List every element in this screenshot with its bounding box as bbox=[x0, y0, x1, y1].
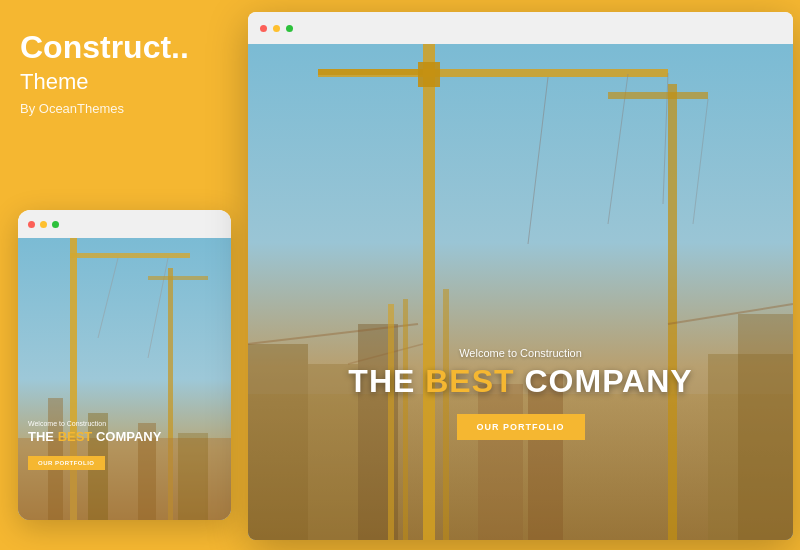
cart-icon[interactable] bbox=[770, 81, 778, 89]
mobile-browser-bar bbox=[18, 210, 231, 238]
desktop-cta-button[interactable]: OUR PORTFOLIO bbox=[457, 414, 585, 440]
mobile-hamburger-icon[interactable] bbox=[211, 250, 223, 259]
svg-rect-6 bbox=[148, 276, 208, 280]
desktop-headline-best: BEST bbox=[425, 363, 514, 399]
desktop-topbar-info: +1 718 500 3920 contact@construction.com… bbox=[258, 52, 461, 59]
mobile-headline: THE BEST COMPANY bbox=[28, 429, 221, 445]
mobile-crane-svg bbox=[18, 238, 231, 520]
svg-rect-5 bbox=[168, 268, 173, 520]
mobile-background: CONSTRUCTION bbox=[18, 238, 231, 520]
desktop-topbar: +1 718 500 3920 contact@construction.com… bbox=[248, 44, 793, 66]
mobile-welcome-text: Welcome to Construction bbox=[28, 420, 221, 427]
svg-line-31 bbox=[248, 324, 418, 344]
desktop-headline: THE BEST COMPANY bbox=[248, 364, 793, 399]
mobile-logo: CONSTRUCTION bbox=[26, 247, 123, 261]
mobile-cta-button[interactable]: OUR PORTFOLIO bbox=[28, 456, 105, 470]
svg-line-3 bbox=[98, 258, 118, 338]
desktop-headline-company: COMPANY bbox=[515, 363, 693, 399]
svg-rect-1 bbox=[70, 238, 77, 520]
nav-pages[interactable]: PAGES ▾ bbox=[458, 81, 495, 90]
mobile-headline-best: BEST bbox=[58, 429, 93, 444]
svg-rect-21 bbox=[668, 84, 677, 540]
mobile-dot-green bbox=[52, 221, 59, 228]
theme-author: By OceanThemes bbox=[20, 101, 225, 116]
nav-elements[interactable]: ELEMENTS ▾ bbox=[507, 81, 562, 90]
mobile-headline-the: THE bbox=[28, 429, 58, 444]
desktop-dot-red bbox=[260, 25, 267, 32]
mobile-headline-company: COMPANY bbox=[92, 429, 161, 444]
desktop-welcome-text: Welcome to Construction bbox=[248, 347, 793, 359]
desktop-nav: CONSTRUCTION HOME ▾ PAGES ▾ ELEMENTS ▾ P… bbox=[248, 66, 793, 104]
svg-rect-14 bbox=[423, 44, 435, 540]
svg-rect-0 bbox=[18, 238, 231, 520]
mobile-mockup: CONSTRUCTION bbox=[18, 210, 231, 520]
nav-contact[interactable]: CONTACT bbox=[681, 81, 723, 90]
nav-portfolio[interactable]: PORTFOLIO ▾ bbox=[574, 81, 632, 90]
desktop-dot-yellow bbox=[273, 25, 280, 32]
desktop-browser-bar bbox=[248, 12, 793, 44]
desktop-content: +1 718 500 3920 contact@construction.com… bbox=[248, 44, 793, 540]
desktop-nav-links: HOME ▾ PAGES ▾ ELEMENTS ▾ PORTFOLIO ▾ BL… bbox=[412, 81, 723, 90]
mobile-logo-text: CONSTRUCTION bbox=[44, 249, 123, 259]
nav-home[interactable]: HOME ▾ bbox=[412, 81, 445, 90]
desktop-hero: Welcome to Construction THE BEST COMPANY… bbox=[248, 347, 793, 440]
desktop-logo-text: CONSTRUCTION bbox=[287, 80, 380, 91]
desktop-mockup: +1 718 500 3920 contact@construction.com… bbox=[248, 12, 793, 540]
mobile-dot-yellow bbox=[40, 221, 47, 228]
svg-line-33 bbox=[668, 304, 793, 324]
svg-line-23 bbox=[693, 99, 708, 224]
svg-rect-12 bbox=[248, 44, 793, 540]
theme-subtitle: Theme bbox=[20, 69, 225, 95]
mobile-overlay: Welcome to Construction THE BEST COMPANY… bbox=[28, 420, 221, 470]
svg-line-4 bbox=[148, 258, 168, 358]
desktop-scene-svg bbox=[248, 44, 793, 540]
mobile-dot-red bbox=[28, 221, 35, 228]
nav-blog[interactable]: BLOG bbox=[644, 81, 669, 90]
mobile-nav: CONSTRUCTION bbox=[18, 238, 231, 270]
mobile-logo-icon bbox=[26, 247, 40, 261]
search-icon[interactable] bbox=[756, 81, 764, 89]
desktop-nav-icons bbox=[756, 81, 778, 89]
theme-title: Construct.. bbox=[20, 30, 225, 65]
desktop-headline-the: THE bbox=[348, 363, 425, 399]
desktop-logo-icon bbox=[263, 76, 281, 94]
mobile-content: CONSTRUCTION bbox=[18, 238, 231, 520]
desktop-logo: CONSTRUCTION bbox=[263, 76, 380, 94]
desktop-dot-green bbox=[286, 25, 293, 32]
